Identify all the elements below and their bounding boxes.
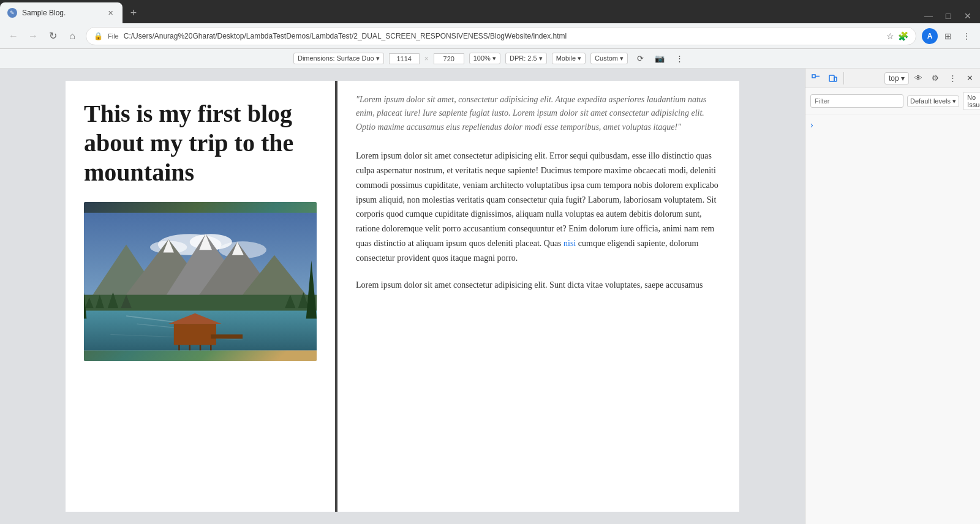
settings-icon[interactable]: ⚙ bbox=[927, 70, 943, 86]
width-value: 1114 bbox=[396, 55, 411, 62]
bookmark-star-icon[interactable]: ☆ bbox=[886, 31, 894, 41]
blog-quote: "Lorem ipsum dolor sit amet, consectetur… bbox=[356, 93, 721, 134]
issues-area: › bbox=[805, 114, 980, 524]
show-console-drawer-button[interactable]: 👁 bbox=[910, 70, 926, 86]
svg-rect-33 bbox=[812, 75, 815, 78]
blog-paragraph-2: Lorem ipsum dolor sit amet consectetur a… bbox=[356, 278, 721, 293]
default-levels-select[interactable]: Default levels ▾ bbox=[907, 95, 959, 107]
mode-select[interactable]: Mobile ▾ bbox=[552, 53, 586, 64]
close-devtools-button[interactable]: ✕ bbox=[962, 70, 978, 86]
svg-rect-36 bbox=[834, 77, 837, 81]
blog-left-section: This is my first blog about my trip to t… bbox=[66, 81, 335, 512]
screenshot-icon[interactable]: 📷 bbox=[652, 51, 667, 66]
tab-bar: Sample Blog. ✕ + — □ ✕ bbox=[0, 0, 980, 23]
address-text: C:/Users/Anurag%20Gharat/Desktop/LambdaT… bbox=[124, 32, 881, 40]
levels-label: Default levels ▾ bbox=[910, 97, 956, 105]
issues-label: No Issues bbox=[967, 94, 980, 108]
svg-rect-24 bbox=[174, 324, 216, 345]
mode-label: Mobile ▾ bbox=[556, 54, 581, 62]
address-file-label: File bbox=[108, 32, 119, 40]
width-input[interactable]: 1114 bbox=[389, 53, 420, 64]
navigation-bar: ← → ↻ ⌂ 🔒 File C:/Users/Anurag%20Gharat/… bbox=[0, 23, 980, 49]
inspect-element-button[interactable] bbox=[808, 70, 824, 86]
new-tab-button[interactable]: + bbox=[125, 4, 142, 21]
more-options-icon[interactable]: ⋮ bbox=[672, 51, 687, 66]
device-select[interactable]: Dimensions: Surface Duo ▾ bbox=[293, 53, 384, 64]
tab-title: Sample Blog. bbox=[22, 9, 102, 17]
minimize-button[interactable]: — bbox=[921, 9, 936, 23]
issues-badge: No Issues bbox=[963, 92, 980, 110]
responsive-toolbar: Dimensions: Surface Duo ▾ 1114 × 720 100… bbox=[0, 49, 980, 69]
active-tab[interactable]: Sample Blog. ✕ bbox=[0, 2, 123, 23]
home-button[interactable]: ⌂ bbox=[64, 28, 81, 45]
top-context-label: top ▾ bbox=[889, 74, 905, 83]
viewport: This is my first blog about my trip to t… bbox=[0, 69, 805, 524]
dpr-label: DPR: 2.5 ▾ bbox=[510, 54, 543, 62]
forward-button[interactable]: → bbox=[24, 28, 42, 45]
expand-arrow[interactable]: › bbox=[810, 120, 813, 130]
more-devtools-options[interactable]: ⋮ bbox=[944, 70, 960, 86]
tab-close-button[interactable]: ✕ bbox=[105, 8, 115, 18]
dpr-select[interactable]: DPR: 2.5 ▾ bbox=[505, 53, 547, 64]
custom-label: Custom ▾ bbox=[595, 54, 624, 62]
height-value: 720 bbox=[443, 55, 454, 62]
reload-button[interactable]: ↻ bbox=[44, 28, 61, 45]
zoom-select[interactable]: 100% ▾ bbox=[469, 53, 500, 64]
settings-button[interactable]: ⋮ bbox=[958, 28, 975, 45]
page-frame: This is my first blog about my trip to t… bbox=[66, 81, 739, 512]
close-window-button[interactable]: ✕ bbox=[960, 9, 975, 23]
height-input[interactable]: 720 bbox=[434, 53, 464, 64]
device-label: Dimensions: Surface Duo ▾ bbox=[298, 54, 380, 62]
rotate-icon[interactable]: ⟳ bbox=[633, 51, 647, 66]
filter-bar: Default levels ▾ No Issues bbox=[805, 88, 980, 114]
zoom-label: 100% ▾ bbox=[473, 54, 496, 62]
maximize-button[interactable]: □ bbox=[941, 9, 956, 23]
nisi-link[interactable]: nisi bbox=[564, 239, 576, 248]
dimension-separator: × bbox=[424, 54, 429, 63]
blog-paragraph-1: Lorem ipsum dolor sit amet consectetur a… bbox=[356, 149, 721, 265]
filter-input[interactable] bbox=[810, 94, 903, 108]
device-toolbar-button[interactable] bbox=[825, 70, 841, 86]
main-area: This is my first blog about my trip to t… bbox=[0, 69, 980, 524]
tab-favicon bbox=[7, 8, 17, 18]
toolbar-separator bbox=[843, 72, 844, 84]
devtools-toolbar: top ▾ 👁 ⚙ ⋮ ✕ bbox=[805, 69, 980, 88]
extensions-button[interactable]: ⊞ bbox=[940, 28, 957, 45]
svg-rect-35 bbox=[829, 75, 834, 81]
devtools-content: Default levels ▾ No Issues › bbox=[805, 88, 980, 524]
blog-right-section: "Lorem ipsum dolor sit amet, consectetur… bbox=[337, 81, 739, 512]
account-button[interactable]: A bbox=[921, 28, 938, 45]
custom-select[interactable]: Custom ▾ bbox=[590, 53, 628, 64]
extension-puzzle-icon[interactable]: 🧩 bbox=[898, 31, 908, 41]
profile-avatar[interactable]: A bbox=[922, 28, 938, 44]
devtools-panel: top ▾ 👁 ⚙ ⋮ ✕ Default levels ▾ No Issues bbox=[805, 69, 980, 524]
blog-image bbox=[84, 202, 317, 361]
svg-rect-30 bbox=[211, 334, 243, 339]
address-bar[interactable]: 🔒 File C:/Users/Anurag%20Gharat/Desktop/… bbox=[86, 27, 916, 45]
blog-title: This is my first blog about my trip to t… bbox=[84, 99, 317, 187]
back-button[interactable]: ← bbox=[5, 28, 22, 45]
lock-icon: 🔒 bbox=[94, 32, 103, 40]
top-context-select[interactable]: top ▾ bbox=[884, 72, 909, 84]
